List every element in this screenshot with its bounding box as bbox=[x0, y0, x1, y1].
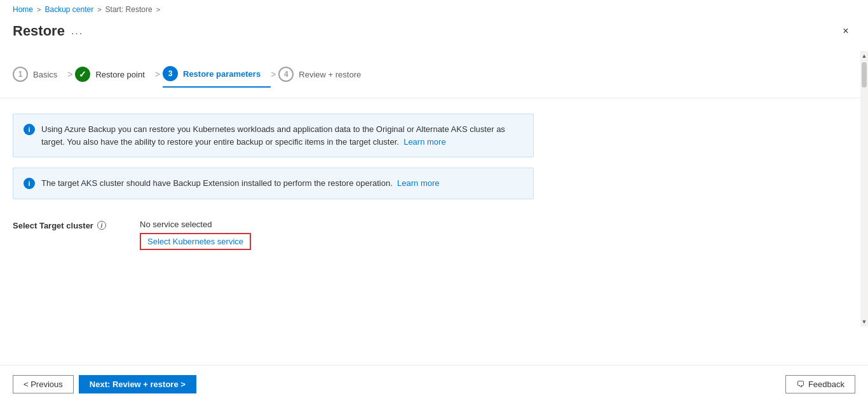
info-text-1: Using Azure Backup you can restore you K… bbox=[41, 123, 523, 148]
next-button[interactable]: Next: Review + restore > bbox=[79, 375, 196, 393]
step-4-label: Review + restore bbox=[299, 70, 361, 79]
info-text-2: The target AKS cluster should have Backu… bbox=[41, 177, 440, 190]
scroll-thumb[interactable] bbox=[862, 62, 867, 88]
info-box-2: i The target AKS cluster should have Bac… bbox=[13, 168, 534, 199]
feedback-label: Feedback bbox=[808, 380, 844, 389]
step-sep-2: > bbox=[155, 69, 160, 79]
form-label-target-cluster: Select Target cluster i bbox=[13, 220, 114, 230]
step-restore-parameters[interactable]: 3 Restore parameters bbox=[163, 61, 271, 88]
step-2-label: Restore point bbox=[95, 70, 144, 79]
no-service-text: No service selected bbox=[140, 220, 251, 229]
page-header: Restore ... × bbox=[0, 17, 868, 51]
step-2-circle: ✓ bbox=[75, 67, 90, 82]
scroll-up-arrow[interactable]: ▲ bbox=[860, 51, 868, 61]
breadcrumb-sep-3: > bbox=[156, 6, 160, 13]
step-3-label: Restore parameters bbox=[183, 69, 261, 79]
breadcrumb-current: Start: Restore bbox=[105, 5, 153, 14]
step-4-circle: 4 bbox=[278, 67, 294, 82]
scroll-down-arrow[interactable]: ▼ bbox=[860, 317, 868, 327]
info-link-1[interactable]: Learn more bbox=[403, 137, 445, 147]
step-basics[interactable]: 1 Basics bbox=[13, 62, 67, 87]
footer-left: < Previous Next: Review + restore > bbox=[13, 375, 196, 393]
page-title: Restore bbox=[13, 23, 65, 39]
step-1-label: Basics bbox=[33, 70, 57, 79]
step-sep-1: > bbox=[67, 69, 72, 79]
breadcrumb: Home > Backup center > Start: Restore > bbox=[0, 0, 868, 17]
wizard-steps: 1 Basics > ✓ Restore point > 3 Restore p… bbox=[0, 51, 868, 98]
step-3-circle: 3 bbox=[163, 66, 178, 81]
page-title-row: Restore ... bbox=[13, 23, 83, 39]
feedback-icon: 🗨 bbox=[796, 380, 804, 389]
step-review-restore[interactable]: 4 Review + restore bbox=[278, 62, 371, 87]
tooltip-icon[interactable]: i bbox=[97, 221, 106, 230]
breadcrumb-sep-2: > bbox=[97, 6, 101, 13]
footer: < Previous Next: Review + restore > 🗨 Fe… bbox=[0, 365, 868, 403]
close-button[interactable]: × bbox=[836, 22, 855, 41]
scroll-rail: ▲ ▼ bbox=[860, 51, 868, 327]
select-kubernetes-service-button[interactable]: Select Kubernetes service bbox=[140, 233, 251, 250]
form-row-target-cluster: Select Target cluster i No service selec… bbox=[13, 209, 855, 255]
info-icon-2: i bbox=[24, 178, 35, 189]
step-3-underline bbox=[163, 86, 271, 88]
content-area: i Using Azure Backup you can restore you… bbox=[0, 98, 868, 365]
info-box-1: i Using Azure Backup you can restore you… bbox=[13, 114, 534, 157]
step-restore-point[interactable]: ✓ Restore point bbox=[75, 62, 154, 87]
info-text-2-content: The target AKS cluster should have Backu… bbox=[41, 178, 393, 188]
previous-button[interactable]: < Previous bbox=[13, 375, 74, 393]
form-label-text: Select Target cluster bbox=[13, 221, 93, 230]
step-1-circle: 1 bbox=[13, 67, 28, 82]
breadcrumb-home[interactable]: Home bbox=[13, 5, 33, 14]
breadcrumb-backup-center[interactable]: Backup center bbox=[44, 5, 93, 14]
form-field-area: No service selected Select Kubernetes se… bbox=[140, 220, 251, 250]
info-icon-1: i bbox=[24, 124, 35, 135]
feedback-button[interactable]: 🗨 Feedback bbox=[785, 375, 855, 393]
main-container: 1 Basics > ✓ Restore point > 3 Restore p… bbox=[0, 51, 868, 365]
checkmark-icon: ✓ bbox=[79, 69, 86, 79]
step-sep-3: > bbox=[271, 69, 276, 79]
page-title-ellipsis[interactable]: ... bbox=[71, 25, 83, 37]
breadcrumb-sep-1: > bbox=[37, 6, 41, 13]
info-link-2[interactable]: Learn more bbox=[397, 178, 439, 188]
